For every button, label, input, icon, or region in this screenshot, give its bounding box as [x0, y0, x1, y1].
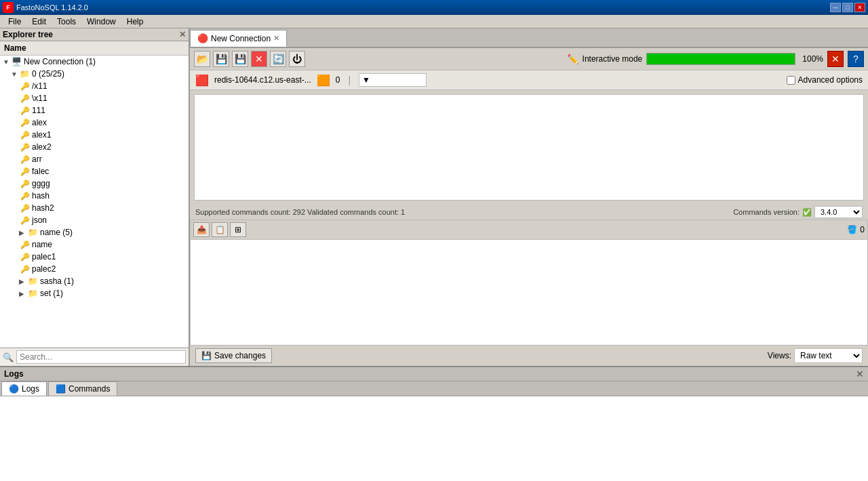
stats-bar: Supported commands count: 292 Validated … — [190, 205, 868, 219]
key-icon: 🔑 — [20, 119, 30, 127]
key-label: gggg — [32, 179, 50, 188]
menu-window[interactable]: Window — [81, 16, 121, 28]
advanced-options-text: Advanced options — [798, 75, 863, 85]
tree-arrow-db: ▼ — [11, 70, 18, 78]
advanced-options-label[interactable]: Advanced options — [787, 75, 863, 85]
help-button[interactable]: ? — [848, 51, 864, 67]
connection-icon: 🖥️ — [12, 57, 22, 66]
maximize-button[interactable]: □ — [842, 3, 853, 12]
tree-arrow-set: ▶ — [19, 290, 26, 297]
progress-percent: 100% — [802, 54, 823, 64]
key-icon: 🔑 — [20, 106, 30, 115]
save-button[interactable]: 💾 — [213, 51, 229, 67]
stop-button[interactable]: ✕ — [827, 51, 844, 67]
logs-close-button[interactable]: ✕ — [856, 369, 864, 379]
interactive-mode-section: ✏️ Interactive mode 100% ✕ ? — [567, 51, 864, 67]
save-changes-button[interactable]: 💾 Save changes — [195, 348, 272, 363]
list-item[interactable]: 🔑 json — [0, 214, 189, 226]
views-section: Views: Raw textFormatted — [768, 348, 863, 363]
open-button[interactable]: 📂 — [194, 51, 210, 67]
main-toolbar: 📂 💾 💾 ✕ 🔄 ⏻ ✏️ Interactive mode — [190, 48, 868, 70]
menu-file[interactable]: File — [3, 16, 26, 28]
list-item[interactable]: 🔑 name — [0, 238, 189, 251]
tab-close-button[interactable]: ✕ — [273, 34, 279, 43]
list-item[interactable]: 🔑 palec2 — [0, 263, 189, 275]
close-button[interactable]: ✕ — [854, 3, 865, 12]
tree-root-label: New Connection (1) — [24, 57, 96, 66]
key-icon: 🔑 — [20, 253, 30, 262]
list-item[interactable]: ▶ 📁 sasha (1) — [0, 275, 189, 287]
key-icon: 🔑 — [20, 180, 30, 188]
key-icon: 🔑 — [20, 265, 30, 274]
copy-button[interactable]: 📋 — [212, 222, 228, 237]
export-button[interactable]: 📤 — [193, 222, 210, 237]
close-explorer-button[interactable]: ✕ — [179, 30, 186, 39]
folder-icon: 📁 — [28, 228, 38, 237]
key-label: set (1) — [40, 289, 63, 298]
tab-commands[interactable]: 🟦 Commands — [48, 381, 117, 396]
output-area[interactable] — [190, 239, 868, 346]
list-item[interactable]: 🔑 \x11 — [0, 92, 189, 104]
list-item[interactable]: 🔑 alex2 — [0, 141, 189, 153]
tree-db-label: 0 (25/25) — [32, 69, 64, 79]
key-icon: 🔑 — [20, 216, 30, 225]
connection-area: 🟥 redis-10644.c12.us-east-... 🟧 0 | ▼ Ad… — [190, 70, 868, 90]
list-item[interactable]: 🔑 hash2 — [0, 202, 189, 214]
interactive-mode-label: Interactive mode — [583, 54, 643, 64]
progress-bar — [646, 53, 795, 65]
tab-new-connection[interactable]: 🔴 New Connection ✕ — [190, 30, 287, 47]
power-button[interactable]: ⏻ — [289, 51, 305, 67]
close-connection-button[interactable]: ✕ — [251, 51, 267, 67]
explorer-tree: Explorer tree ✕ Name ▼ 🖥️ New Connection… — [0, 28, 190, 366]
key-icon: 🔑 — [20, 94, 30, 103]
list-item[interactable]: 🔑 alex1 — [0, 129, 189, 141]
db-selector-dropdown[interactable]: ▼ — [359, 73, 427, 87]
key-icon: 🔑 — [20, 167, 30, 176]
list-item[interactable]: 🔑 arr — [0, 153, 189, 165]
menu-edit[interactable]: Edit — [26, 16, 52, 28]
list-item[interactable]: ▶ 📁 name (5) — [0, 226, 189, 238]
supported-commands-text: Supported commands count: 292 — [195, 208, 305, 216]
stop-icon: ✕ — [831, 54, 840, 64]
commands-version-label: Commands version: — [733, 208, 800, 216]
logs-panel: Logs ✕ 🔵 Logs 🟦 Commands — [0, 366, 868, 481]
advanced-options-checkbox[interactable] — [787, 76, 795, 85]
help-icon: ? — [853, 54, 859, 64]
key-label: \x11 — [32, 93, 47, 103]
grid-button[interactable]: ⊞ — [230, 222, 246, 237]
key-label: hash — [32, 191, 50, 201]
list-item[interactable]: 🔑 falec — [0, 165, 189, 177]
search-input[interactable] — [16, 350, 186, 364]
refresh-button[interactable]: 🔄 — [270, 51, 286, 67]
list-item[interactable]: 🔑 gggg — [0, 177, 189, 190]
list-item[interactable]: 🔑 /x11 — [0, 80, 189, 92]
tree-scroll[interactable]: ▼ 🖥️ New Connection (1) ▼ 📁 0 (25/25) 🔑 … — [0, 56, 189, 348]
key-icon: 🔑 — [20, 192, 30, 201]
tree-name-header: Name — [0, 41, 189, 56]
app-title: FastoNoSQL 1.14.2.0 — [16, 3, 88, 12]
list-item[interactable]: 🔑 palec1 — [0, 251, 189, 263]
command-input-area[interactable] — [194, 94, 864, 201]
tree-root-node[interactable]: ▼ 🖥️ New Connection (1) — [0, 56, 189, 68]
connection-name: redis-10644.c12.us-east-... — [214, 75, 311, 85]
list-item[interactable]: 🔑 hash — [0, 190, 189, 202]
version-select[interactable]: 3.4.0 — [814, 206, 863, 218]
menu-tools[interactable]: Tools — [52, 16, 81, 28]
refresh-icon: 🔄 — [273, 54, 284, 64]
tree-db-node[interactable]: ▼ 📁 0 (25/25) — [0, 68, 189, 80]
logs-content[interactable] — [0, 396, 868, 481]
list-item[interactable]: 🔑 111 — [0, 104, 189, 117]
save-as-button[interactable]: 💾 — [232, 51, 248, 67]
list-item[interactable]: ▶ 📁 set (1) — [0, 287, 189, 299]
list-item[interactable]: 🔑 alex — [0, 117, 189, 129]
key-icon: 🔑 — [20, 82, 30, 91]
minimize-button[interactable]: ─ — [830, 3, 841, 12]
grid-icon: ⊞ — [235, 225, 241, 234]
command-textarea[interactable] — [195, 95, 863, 200]
key-label: alex1 — [32, 130, 52, 140]
tab-logs[interactable]: 🔵 Logs — [1, 381, 47, 396]
bottom-toolbar: 💾 Save changes Views: Raw textFormatted — [190, 346, 868, 366]
titlebar: F FastoNoSQL 1.14.2.0 ─ □ ✕ — [0, 0, 868, 15]
menu-help[interactable]: Help — [121, 16, 149, 28]
views-dropdown[interactable]: Raw textFormatted — [794, 348, 863, 363]
